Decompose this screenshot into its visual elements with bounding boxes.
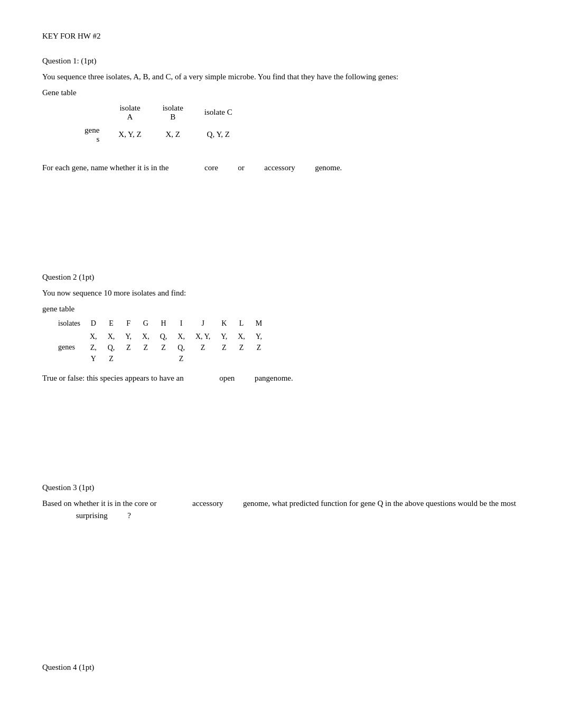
q1-p2-part1: For each gene, name whether it is in the (42, 163, 169, 172)
question-2-paragraph2: True or false: this species appears to h… (42, 372, 519, 384)
table2-genes-E: X,Q,Z (102, 329, 120, 366)
table2-genes-F: Y,Z (120, 329, 137, 366)
table2-genes-M: Y,Z (250, 329, 267, 366)
gene-table-1: isolateA isolateB isolate C genes X, Y, … (74, 102, 243, 146)
table2-col-K: K (216, 318, 232, 329)
q1-p2-blank2: accessory (264, 163, 295, 172)
spacer-after-q1 (42, 183, 519, 257)
page-title: KEY FOR HW #2 (42, 32, 519, 41)
table2-col-M: M (250, 318, 267, 329)
q3-part2: genome, what predicted function for gene… (243, 499, 516, 508)
table1-header-b: isolateB (152, 102, 194, 124)
table2-isolates-header: isolates (53, 318, 85, 329)
table2-genes-J: X, Y,Z (190, 329, 216, 366)
q3-end: ? (127, 511, 131, 520)
gene-table-2: isolates D E F G H I J K L M genes X,Z,Y… (53, 318, 267, 366)
table2-col-H: H (155, 318, 173, 329)
question-2-paragraph1: You now sequence 10 more isolates and fi… (42, 287, 519, 299)
question-1-paragraph1: You sequence three isolates, A, B, and C… (42, 71, 519, 83)
q2-p2-blank: open (219, 374, 235, 382)
table2-col-I: I (172, 318, 190, 329)
table1-cell-b: X, Z (152, 124, 194, 146)
q2-p2-part1: True or false: this species appears to h… (42, 374, 184, 382)
q2-p2-part2: pangenome. (255, 374, 293, 382)
q3-blank1-text: accessory (192, 499, 223, 508)
table2-genes-header: genes (53, 329, 85, 366)
question-4-section: Question 4 (1pt) (42, 663, 519, 672)
table2-genes-L: X,Z (232, 329, 250, 366)
question-4-header: Question 4 (1pt) (42, 663, 519, 672)
table1-header-a: isolateA (108, 102, 152, 124)
q1-p2-or: or (238, 163, 245, 172)
question-3-paragraph1: Based on whether it is in the core or ac… (42, 497, 519, 521)
table2-col-G: G (137, 318, 155, 329)
q1-p2-part2: genome. (315, 163, 342, 172)
q3-blank2-text: surprising (76, 511, 108, 520)
table2-col-J: J (190, 318, 216, 329)
table1-header-c: isolate C (194, 102, 243, 124)
table2-genes-K: Y,Z (216, 329, 232, 366)
spacer-extra (42, 605, 519, 647)
question-1-paragraph2: For each gene, name whether it is in the… (42, 162, 519, 174)
gene-table-2-label: gene table (42, 305, 519, 314)
gene-table-1-label: Gene table (42, 88, 519, 97)
table1-row-header: genes (74, 124, 108, 146)
page-container: KEY FOR HW #2 Question 1: (1pt) You sequ… (0, 0, 561, 713)
table2-col-D: D (85, 318, 102, 329)
table1-empty-header (74, 102, 108, 124)
table2-genes-I: X,Q,Z (172, 329, 190, 366)
table2-col-E: E (102, 318, 120, 329)
q1-p2-blank1: core (204, 163, 218, 172)
question-1-header: Question 1: (1pt) (42, 57, 519, 66)
table2-genes-G: X,Z (137, 329, 155, 366)
question-3-header: Question 3 (1pt) (42, 483, 519, 492)
question-3-section: Question 3 (1pt) Based on whether it is … (42, 483, 519, 521)
spacer-after-q3 (42, 531, 519, 605)
question-2-section: Question 2 (1pt) You now sequence 10 mor… (42, 273, 519, 384)
table2-genes-H: Q,Z (155, 329, 173, 366)
spacer-after-q2 (42, 393, 519, 467)
table1-cell-a: X, Y, Z (108, 124, 152, 146)
table2-col-L: L (232, 318, 250, 329)
table2-col-F: F (120, 318, 137, 329)
q3-part1: Based on whether it is in the core or (42, 499, 157, 508)
table2-genes-D: X,Z,Y (85, 329, 102, 366)
question-1-section: Question 1: (1pt) You sequence three iso… (42, 57, 519, 173)
question-2-header: Question 2 (1pt) (42, 273, 519, 282)
table1-cell-c: Q, Y, Z (194, 124, 243, 146)
